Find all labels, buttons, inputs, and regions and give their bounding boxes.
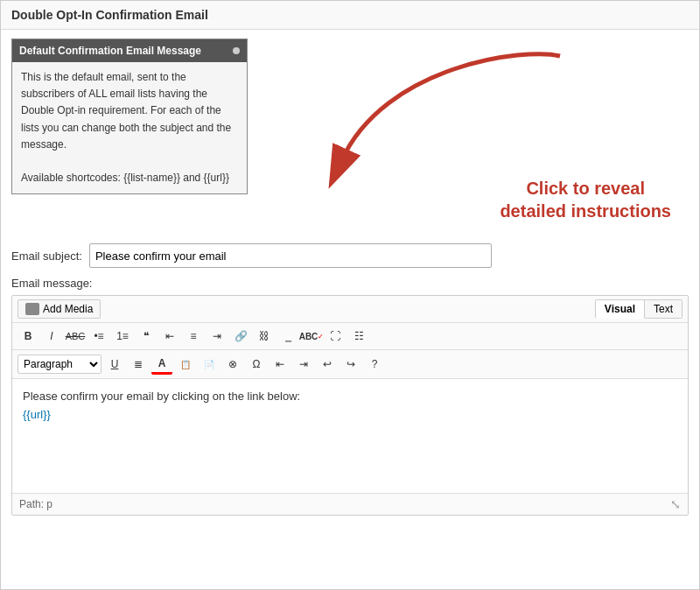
- remove-format-button[interactable]: ⊗: [222, 355, 243, 374]
- blockquote-button[interactable]: ❝: [136, 327, 157, 346]
- info-box-body: This is the default email, sent to the s…: [21, 69, 238, 186]
- help-button[interactable]: ?: [364, 355, 385, 374]
- path-label: Path: p: [19, 498, 52, 510]
- outdent-button[interactable]: ⇤: [270, 355, 290, 374]
- editor-link[interactable]: {{url}}: [23, 408, 51, 421]
- visual-text-tabs: Visual Text: [595, 299, 682, 319]
- ordered-list-button[interactable]: 1≡: [112, 327, 133, 346]
- editor-container: Add Media Visual Text B I ABC •≡ 1≡ ❝ ⇤ …: [11, 295, 689, 516]
- fullscreen-button[interactable]: ⛶: [325, 327, 346, 346]
- page-title: Double Opt-In Confirmation Email: [1, 1, 699, 30]
- page-container: Double Opt-In Confirmation Email Default…: [0, 0, 700, 590]
- underline-button[interactable]: U: [104, 355, 125, 374]
- link-button[interactable]: 🔗: [230, 327, 251, 346]
- info-box-dot: [233, 47, 240, 54]
- info-box-paragraph: This is the default email, sent to the s…: [21, 69, 238, 153]
- email-subject-row: Email subject:: [11, 243, 689, 268]
- paste-text-button[interactable]: 📋: [175, 355, 196, 374]
- tab-text-button[interactable]: Text: [645, 299, 682, 319]
- toolbar-row1: B I ABC •≡ 1≡ ❝ ⇤ ≡ ⇥ 🔗 ⛓ ⎯ ABC✓ ⛶ ☷: [12, 323, 688, 350]
- toolbar-row2: Paragraph Heading 1 Heading 2 Heading 3 …: [12, 350, 688, 379]
- email-subject-input[interactable]: [89, 243, 492, 268]
- resize-handle[interactable]: ⤡: [670, 497, 681, 511]
- email-message-label: Email message:: [11, 277, 689, 290]
- top-section: Default Confirmation Email Message This …: [11, 39, 689, 231]
- align-center-button[interactable]: ≡: [183, 327, 204, 346]
- email-subject-label: Email subject:: [11, 249, 82, 263]
- unordered-list-button[interactable]: •≡: [88, 327, 109, 346]
- add-media-button[interactable]: Add Media: [18, 299, 101, 319]
- content-area: Default Confirmation Email Message This …: [1, 30, 699, 524]
- indent-button[interactable]: ⇥: [293, 355, 314, 374]
- editor-body-text: Please confirm your email by clicking on…: [23, 388, 677, 406]
- info-box-shortcodes: Available shortcodes: {{list-name}} and …: [21, 170, 238, 186]
- paste-word-button[interactable]: 📄: [199, 355, 220, 374]
- special-char-button[interactable]: Ω: [246, 355, 267, 374]
- editor-statusbar: Path: p ⤡: [12, 493, 688, 515]
- spellcheck-button[interactable]: ABC✓: [301, 327, 322, 346]
- align-left-button[interactable]: ⇤: [159, 327, 180, 346]
- add-media-label: Add Media: [43, 303, 93, 315]
- undo-button[interactable]: ↩: [317, 355, 338, 374]
- annotation-text: Click to reveal detailed instructions: [500, 177, 671, 222]
- italic-button[interactable]: I: [41, 327, 62, 346]
- editor-toolbar-top: Add Media Visual Text: [12, 296, 688, 323]
- info-box[interactable]: Default Confirmation Email Message This …: [11, 39, 248, 194]
- bold-button[interactable]: B: [18, 327, 38, 346]
- arrow-svg: [256, 39, 689, 196]
- format-select[interactable]: Paragraph Heading 1 Heading 2 Heading 3 …: [18, 355, 102, 374]
- strikethrough-button[interactable]: ABC: [65, 327, 86, 346]
- font-color-button[interactable]: A: [151, 354, 172, 375]
- editor-body[interactable]: Please confirm your email by clicking on…: [12, 379, 688, 493]
- align-right-button[interactable]: ⇥: [206, 327, 228, 346]
- justify-button[interactable]: ≣: [128, 355, 149, 374]
- redo-button[interactable]: ↪: [340, 355, 361, 374]
- show-toolbar-button[interactable]: ☷: [348, 327, 369, 346]
- media-icon: [25, 303, 39, 315]
- annotation-area: Click to reveal detailed instructions: [256, 39, 689, 231]
- insert-readmore-button[interactable]: ⎯: [277, 327, 298, 346]
- unlink-button[interactable]: ⛓: [254, 327, 275, 346]
- tab-visual-button[interactable]: Visual: [595, 299, 645, 319]
- info-box-title-text: Default Confirmation Email Message: [19, 43, 201, 59]
- info-box-title: Default Confirmation Email Message: [12, 39, 247, 62]
